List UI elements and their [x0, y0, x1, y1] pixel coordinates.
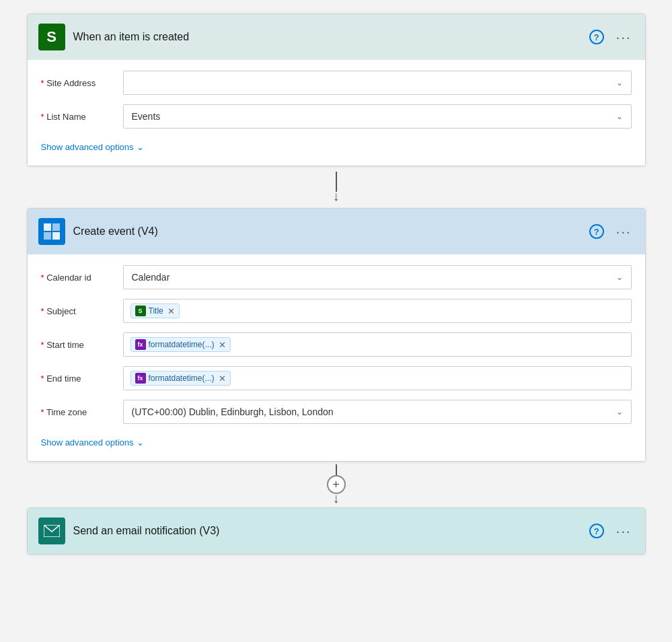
email-help-button[interactable]: ?	[587, 521, 607, 541]
time-zone-label: * Time zone	[41, 407, 115, 417]
list-name-input[interactable]: Events ⌄	[123, 104, 632, 129]
trigger-card-body: * Site Address ⌄ * List Name Events	[28, 60, 645, 166]
list-name-label: * List Name	[41, 112, 115, 122]
action-card-actions: ? ···	[587, 221, 634, 242]
calendar-id-value: Calendar	[132, 272, 170, 283]
start-time-text-input[interactable]: fx formatdatetime(...) ✕	[123, 332, 632, 357]
action-card-header: Create event (V4) ? ···	[28, 209, 645, 254]
trigger-card-header: S When an item is created ? ···	[28, 14, 645, 60]
plus-connector-line-top	[336, 464, 337, 475]
action-card-title: Create event (V4)	[73, 225, 578, 238]
action-card-body: * Calendar id Calendar ⌄ * Subject	[28, 254, 645, 461]
subject-token: S Title ✕	[130, 304, 180, 318]
calendar-id-input[interactable]: Calendar ⌄	[123, 265, 632, 289]
action-show-advanced-chevron-icon: ⌄	[137, 437, 144, 448]
trigger-show-advanced-button[interactable]: Show advanced options ⌄	[41, 142, 144, 152]
email-icon-svg	[44, 525, 60, 537]
subject-input[interactable]: S Title ✕	[123, 299, 632, 323]
trigger-card-actions: ? ···	[587, 27, 634, 48]
list-name-arrow: ⌄	[616, 112, 623, 121]
email-icon	[38, 518, 65, 544]
email-card: Send an email notification (V3) ? ···	[27, 507, 646, 555]
site-address-label: * Site Address	[41, 78, 115, 88]
action-more-button[interactable]: ···	[613, 221, 634, 242]
action-help-button[interactable]: ?	[587, 221, 607, 242]
end-time-token-text: formatdatetime(...)	[149, 373, 215, 383]
end-time-token: fx formatdatetime(...) ✕	[130, 371, 231, 386]
action-show-advanced-button[interactable]: Show advanced options ⌄	[41, 437, 144, 448]
email-help-circle: ?	[589, 524, 604, 538]
subject-token-icon: S	[135, 306, 146, 316]
end-time-row: * End time fx formatdatetime(...) ✕	[41, 366, 632, 390]
end-time-text-input[interactable]: fx formatdatetime(...) ✕	[123, 366, 632, 390]
end-time-label: * End time	[41, 373, 115, 384]
time-zone-row: * Time zone (UTC+00:00) Dublin, Edinburg…	[41, 400, 632, 424]
end-time-token-icon: fx	[135, 373, 146, 384]
email-more-button[interactable]: ···	[613, 521, 634, 542]
svg-rect-0	[44, 223, 51, 231]
list-name-dropdown[interactable]: Events ⌄	[123, 104, 632, 129]
start-time-input[interactable]: fx formatdatetime(...) ✕	[123, 332, 632, 357]
calendar-id-label: * Calendar id	[41, 273, 115, 283]
start-time-token-icon: fx	[135, 339, 146, 350]
svg-rect-1	[52, 223, 60, 231]
trigger-card-title: When an item is created	[73, 31, 578, 43]
action-help-circle: ?	[589, 224, 604, 239]
subject-row: * Subject S Title ✕	[41, 299, 632, 323]
calendar-id-arrow: ⌄	[616, 273, 623, 282]
plus-connector: + ↓	[327, 462, 346, 507]
start-time-token-text: formatdatetime(...)	[149, 340, 215, 349]
outlook-icon-svg	[43, 223, 61, 240]
flow-container: S When an item is created ? ··· * Site A…	[27, 13, 646, 555]
plus-button[interactable]: +	[327, 475, 346, 494]
action-card: Create event (V4) ? ··· * Calendar id Ca…	[27, 208, 646, 462]
start-time-label: * Start time	[41, 340, 115, 350]
start-time-token-remove[interactable]: ✕	[219, 340, 226, 350]
end-time-token-remove[interactable]: ✕	[219, 373, 226, 384]
start-time-token: fx formatdatetime(...) ✕	[130, 337, 231, 352]
site-address-dropdown[interactable]: ⌄	[123, 71, 632, 95]
list-name-row: * List Name Events ⌄	[41, 104, 632, 129]
site-address-row: * Site Address ⌄	[41, 71, 632, 95]
email-card-title: Send an email notification (V3)	[73, 525, 578, 537]
email-card-header: Send an email notification (V3) ? ···	[28, 508, 645, 554]
trigger-card: S When an item is created ? ··· * Site A…	[27, 13, 646, 166]
subject-token-remove[interactable]: ✕	[167, 306, 175, 316]
trigger-more-button[interactable]: ···	[613, 27, 634, 48]
time-zone-input[interactable]: (UTC+00:00) Dublin, Edinburgh, Lisbon, L…	[123, 400, 632, 424]
sharepoint-icon: S	[38, 24, 65, 50]
site-address-input[interactable]: ⌄	[123, 71, 632, 95]
trigger-help-circle: ?	[589, 30, 604, 44]
subject-label: * Subject	[41, 306, 115, 316]
end-time-input[interactable]: fx formatdatetime(...) ✕	[123, 366, 632, 390]
svg-rect-2	[44, 232, 51, 240]
site-address-arrow: ⌄	[616, 78, 623, 87]
start-time-row: * Start time fx formatdatetime(...) ✕	[41, 332, 632, 357]
connector-arrow-1: ↓	[333, 189, 340, 203]
time-zone-arrow: ⌄	[616, 407, 623, 417]
subject-token-text: Title	[149, 306, 163, 316]
outlook-icon	[38, 218, 65, 245]
show-advanced-chevron-icon: ⌄	[137, 142, 144, 152]
svg-rect-3	[52, 232, 60, 240]
subject-text-input[interactable]: S Title ✕	[123, 299, 632, 323]
email-card-actions: ? ···	[587, 521, 634, 542]
calendar-id-dropdown[interactable]: Calendar ⌄	[123, 265, 632, 289]
calendar-id-row: * Calendar id Calendar ⌄	[41, 265, 632, 289]
time-zone-dropdown[interactable]: (UTC+00:00) Dublin, Edinburgh, Lisbon, L…	[123, 400, 632, 424]
trigger-help-button[interactable]: ?	[587, 27, 607, 47]
connector-1: ↓	[333, 166, 340, 208]
time-zone-value: (UTC+00:00) Dublin, Edinburgh, Lisbon, L…	[132, 406, 334, 417]
list-name-value: Events	[132, 111, 161, 122]
